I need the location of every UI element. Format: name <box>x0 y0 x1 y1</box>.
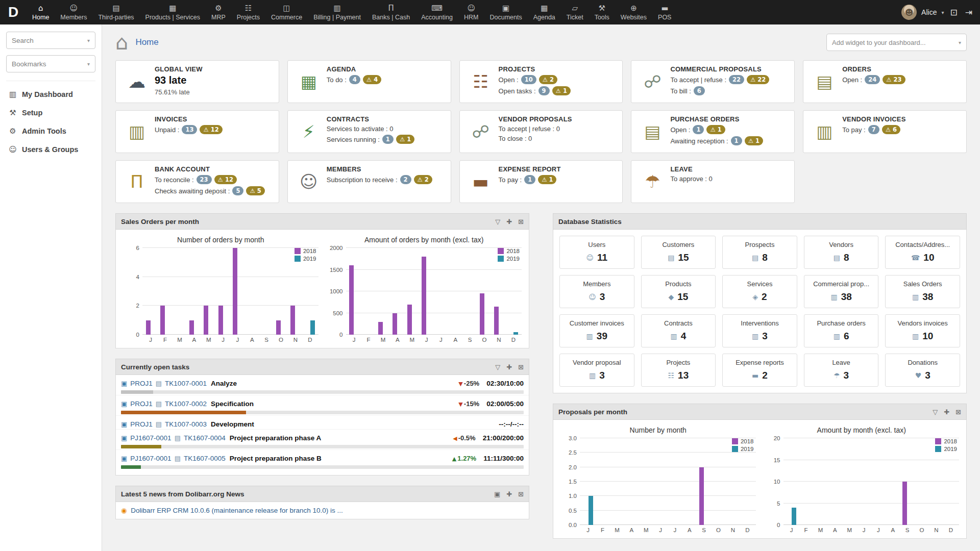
nav-item-members[interactable]: ☺Members <box>55 0 92 24</box>
project-link[interactable]: PROJ1 <box>130 420 153 428</box>
widget-bank-account[interactable]: ΠBANK ACCOUNTTo reconcile :23⚠ 12Checks … <box>115 160 279 203</box>
filter-icon[interactable]: ▽ <box>495 218 500 226</box>
move-icon[interactable]: ✚ <box>506 218 512 226</box>
nav-item-home[interactable]: ⌂Home <box>27 0 55 24</box>
dolibarr-logo[interactable]: D <box>0 0 27 24</box>
nav-item-third-parties[interactable]: ▤Third-parties <box>92 0 139 24</box>
count-badge[interactable]: 5 <box>232 186 243 195</box>
close-icon[interactable]: ⊠ <box>518 490 524 498</box>
stat-card-commercial-prop[interactable]: Commercial prop...▥38 <box>804 275 879 308</box>
nav-item-mrp[interactable]: ⚙MRP <box>206 0 231 24</box>
task-link[interactable]: TK1607-0004 <box>184 434 226 442</box>
nav-item-documents[interactable]: ▣Documents <box>484 0 527 24</box>
widget-purchase-orders[interactable]: ▤PURCHASE ORDERSOpen :1⚠ 1Awaiting recep… <box>631 110 795 153</box>
warning-badge[interactable]: ⚠ 1 <box>706 125 725 134</box>
stat-card-donations[interactable]: Donations♥3 <box>885 354 960 387</box>
sidebar-item-users-groups[interactable]: ☺Users & Groups <box>6 140 95 159</box>
stat-card-services[interactable]: Services◈2 <box>722 275 797 308</box>
widget-global-view[interactable]: ☁GLOBAL VIEW93 late75.61% late <box>115 60 279 103</box>
count-badge[interactable]: 10 <box>521 75 536 84</box>
widget-agenda[interactable]: ▦AGENDATo do :4⚠ 4 <box>287 60 451 103</box>
count-badge[interactable]: 1 <box>524 175 535 184</box>
project-link[interactable]: PROJ1 <box>130 380 153 387</box>
news-link[interactable]: Dolibarr ERP CRM 10.0.6 (maintenance rel… <box>131 507 342 514</box>
count-badge[interactable]: 24 <box>865 75 880 84</box>
warning-badge[interactable]: ⚠ 2 <box>414 175 432 184</box>
nav-item-hrm[interactable]: ☺HRM <box>458 0 484 24</box>
count-badge[interactable]: 2 <box>400 175 411 184</box>
close-icon[interactable]: ⊠ <box>518 218 524 226</box>
widget-expense-report[interactable]: ▬EXPENSE REPORTTo pay :1⚠ 1 <box>459 160 623 203</box>
count-badge[interactable]: 9 <box>538 86 550 95</box>
stat-card-members[interactable]: Members☺3 <box>559 275 634 308</box>
add-widget-dropdown[interactable]: Add widget to your dashboard... ▾ <box>826 34 967 51</box>
warning-badge[interactable]: ⚠ 12 <box>200 125 222 134</box>
nav-item-pos[interactable]: ▬POS <box>652 0 677 24</box>
count-badge[interactable]: 7 <box>868 125 879 134</box>
user-avatar[interactable]: ☻ <box>901 5 917 20</box>
nav-item-agenda[interactable]: ▦Agenda <box>528 0 561 24</box>
stat-card-customer-invoices[interactable]: Customer invoices▥39 <box>559 314 634 347</box>
sidebar-item-setup[interactable]: ⚒Setup <box>6 104 95 122</box>
widget-projects[interactable]: ☷PROJECTSOpen :10⚠ 2Open tasks :9⚠ 1 <box>459 60 623 103</box>
count-badge[interactable]: 1 <box>382 135 394 144</box>
widget-orders[interactable]: ▤ORDERSOpen :24⚠ 23 <box>803 60 967 103</box>
nav-item-banks-cash[interactable]: ΠBanks | Cash <box>366 0 415 24</box>
widget-invoices[interactable]: ▥INVOICESUnpaid :13⚠ 12 <box>115 110 279 153</box>
stat-card-users[interactable]: Users☺11 <box>559 236 634 269</box>
count-badge[interactable]: 6 <box>694 86 705 95</box>
count-badge[interactable]: 22 <box>729 75 744 84</box>
warning-badge[interactable]: ⚠ 22 <box>747 75 769 84</box>
task-link[interactable]: TK1007-0001 <box>165 380 207 387</box>
stat-card-expense-reports[interactable]: Expense reports▬2 <box>722 354 797 387</box>
stat-card-projects[interactable]: Projects☷13 <box>641 354 716 387</box>
warning-badge[interactable]: ⚠ 6 <box>882 125 900 134</box>
count-badge[interactable]: 1 <box>731 136 742 145</box>
move-icon[interactable]: ✚ <box>506 363 512 371</box>
count-badge[interactable]: 23 <box>197 175 212 184</box>
nav-item-projects[interactable]: ☷Projects <box>231 0 265 24</box>
stat-card-vendors[interactable]: Vendors▤8 <box>804 236 879 269</box>
filter-icon[interactable]: ▽ <box>933 408 938 416</box>
widget-members[interactable]: ☺MEMBERSSubscription to receive :2⚠ 2 <box>287 160 451 203</box>
sidebar-item-my-dashboard[interactable]: ▥My Dashboard <box>6 85 95 104</box>
count-badge[interactable]: 4 <box>349 75 360 84</box>
project-link[interactable]: PJ1607-0001 <box>130 455 171 462</box>
stat-card-leave[interactable]: Leave☂3 <box>804 354 879 387</box>
warning-badge[interactable]: ⚠ 1 <box>745 136 763 145</box>
warning-badge[interactable]: ⚠ 12 <box>214 175 237 184</box>
nav-item-products-services[interactable]: ▦Products | Services <box>140 0 206 24</box>
chevron-down-icon[interactable]: ▾ <box>941 10 944 15</box>
move-icon[interactable]: ✚ <box>944 408 949 416</box>
warning-badge[interactable]: ⚠ 2 <box>539 75 557 84</box>
stat-card-contacts-addres[interactable]: Contacts/Addres...☎10 <box>885 236 960 269</box>
nav-item-tools[interactable]: ⚒Tools <box>589 0 615 24</box>
warning-badge[interactable]: ⚠ 23 <box>883 75 905 84</box>
nav-item-accounting[interactable]: ⌨Accounting <box>415 0 458 24</box>
filter-icon[interactable]: ▽ <box>495 363 500 371</box>
warning-badge[interactable]: ⚠ 5 <box>246 186 264 195</box>
bookmarks-dropdown[interactable]: Bookmarks ▾ <box>6 55 95 72</box>
close-icon[interactable]: ⊠ <box>518 363 524 371</box>
logout-icon[interactable]: ⇥ <box>964 7 974 17</box>
task-link[interactable]: TK1007-0002 <box>165 400 207 408</box>
virtual-card-icon[interactable]: ⊡ <box>949 7 959 17</box>
project-link[interactable]: PJ1607-0001 <box>130 434 171 442</box>
nav-item-billing-payment[interactable]: ▥Billing | Payment <box>308 0 366 24</box>
widget-vendor-invoices[interactable]: ▥VENDOR INVOICESTo pay :7⚠ 6 <box>803 110 967 153</box>
stat-card-sales-orders[interactable]: Sales Orders▥38 <box>885 275 960 308</box>
sidebar-item-admin-tools[interactable]: ⚙Admin Tools <box>6 122 95 140</box>
close-icon[interactable]: ⊠ <box>955 408 961 416</box>
stat-card-prospects[interactable]: Prospects▤8 <box>722 236 797 269</box>
task-link[interactable]: TK1607-0005 <box>184 455 226 462</box>
task-link[interactable]: TK1007-0003 <box>165 420 207 428</box>
search-dropdown[interactable]: Search ▾ <box>6 32 95 49</box>
nav-item-commerce[interactable]: ◫Commerce <box>265 0 308 24</box>
stat-card-vendors-invoices[interactable]: Vendors invoices▥10 <box>885 314 960 347</box>
widget-contracts[interactable]: ⚡CONTRACTSServices to activate : 0Servic… <box>287 110 451 153</box>
warning-badge[interactable]: ⚠ 1 <box>538 175 556 184</box>
widget-leave[interactable]: ☂LEAVETo approve : 0 <box>631 160 795 203</box>
widget-icon[interactable]: ▣ <box>494 490 500 498</box>
count-badge[interactable]: 13 <box>182 125 197 134</box>
move-icon[interactable]: ✚ <box>506 490 512 498</box>
